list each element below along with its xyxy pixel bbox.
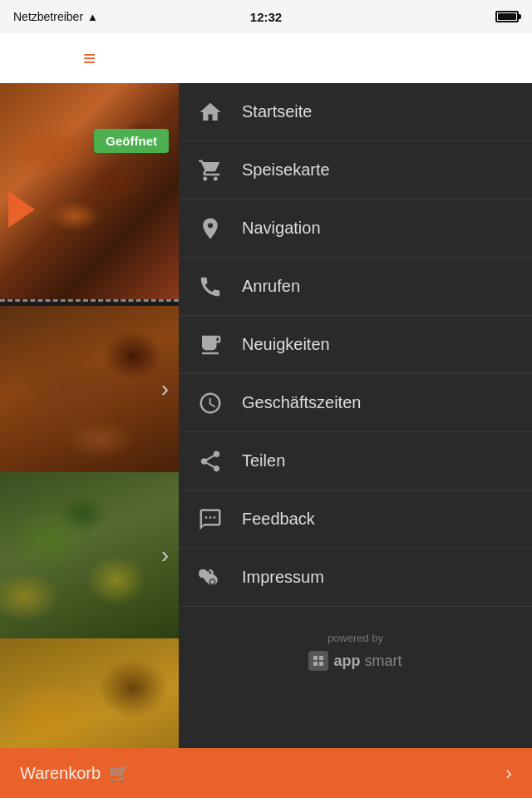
food-image-1: Geöffnet xyxy=(0,83,179,299)
footer-label-text: Warenkorb xyxy=(20,764,101,783)
battery-indicator xyxy=(495,11,519,22)
menu-item-impressum[interactable]: Impressum xyxy=(179,549,532,607)
main-layout: Geöffnet › › Startseite xyxy=(0,83,532,790)
carrier-label: Netzbetreiber ▲ xyxy=(13,10,98,23)
menu-label-impressum: Impressum xyxy=(242,568,324,587)
handshake-icon xyxy=(195,563,225,593)
appsmart-logo: app smart xyxy=(308,651,401,671)
menu-label-teilen: Teilen xyxy=(242,451,285,470)
menu-item-navigation[interactable]: Navigation xyxy=(179,200,532,258)
cart-footer-icon: 🛒 xyxy=(109,763,130,783)
menu-item-neuigkeiten[interactable]: Neuigkeiten xyxy=(179,316,532,374)
share-icon xyxy=(195,446,225,476)
footer-chevron-icon: › xyxy=(505,761,512,785)
powered-by-section: powered by app smart xyxy=(179,607,532,696)
chevron-right-icon-2: › xyxy=(161,542,169,569)
menu-label-feedback: Feedback xyxy=(242,510,315,529)
chevron-right-icon-1: › xyxy=(161,376,169,402)
dashed-divider xyxy=(0,299,179,306)
footer-warenkorb: Warenkorb 🛒 xyxy=(20,763,130,783)
top-nav: ≡ xyxy=(0,33,532,83)
hamburger-icon[interactable]: ≡ xyxy=(83,47,96,69)
food-image-3[interactable]: › xyxy=(0,472,179,638)
wifi-icon: ▲ xyxy=(87,11,98,23)
cart-icon xyxy=(195,155,225,185)
menu-label-anrufen: Anrufen xyxy=(242,277,300,296)
menu-toggle-area: ≡ xyxy=(0,33,179,83)
svg-rect-2 xyxy=(313,662,318,666)
phone-icon xyxy=(195,272,225,302)
open-badge: Geöffnet xyxy=(94,129,169,153)
food-image-2[interactable]: › xyxy=(0,306,179,472)
svg-rect-3 xyxy=(319,662,323,666)
menu-label-geschaeftszeiten: Geschäftszeiten xyxy=(242,393,361,412)
home-icon xyxy=(195,97,225,127)
status-bar: Netzbetreiber ▲ 12:32 xyxy=(0,0,532,33)
menu-item-geschaeftszeiten[interactable]: Geschäftszeiten xyxy=(179,374,532,432)
menu-label-navigation: Navigation xyxy=(242,219,321,238)
right-menu: Startseite Speisekarte Navigation xyxy=(179,83,532,798)
left-food-panel: Geöffnet › › xyxy=(0,83,179,798)
appsmart-icon xyxy=(308,651,328,671)
nav-icon xyxy=(195,214,225,244)
feedback-icon xyxy=(195,505,225,534)
clock-icon xyxy=(195,388,225,418)
menu-item-startseite[interactable]: Startseite xyxy=(179,83,532,141)
menu-item-speisekarte[interactable]: Speisekarte xyxy=(179,141,532,200)
svg-rect-1 xyxy=(319,656,323,660)
menu-item-anrufen[interactable]: Anrufen xyxy=(179,258,532,316)
menu-label-neuigkeiten: Neuigkeiten xyxy=(242,335,330,354)
footer-bar[interactable]: Warenkorb 🛒 › xyxy=(0,748,532,798)
menu-item-feedback[interactable]: Feedback xyxy=(179,490,532,549)
svg-rect-0 xyxy=(313,656,318,660)
orange-arrow-icon xyxy=(8,191,35,228)
clock: 12:32 xyxy=(250,10,282,24)
menu-label-speisekarte: Speisekarte xyxy=(242,160,330,180)
battery-icon xyxy=(495,11,519,22)
news-icon xyxy=(195,330,225,360)
powered-by-label: powered by xyxy=(328,632,383,644)
appsmart-name: app smart xyxy=(333,653,401,670)
menu-label-startseite: Startseite xyxy=(242,102,312,121)
menu-item-teilen[interactable]: Teilen xyxy=(179,432,532,490)
